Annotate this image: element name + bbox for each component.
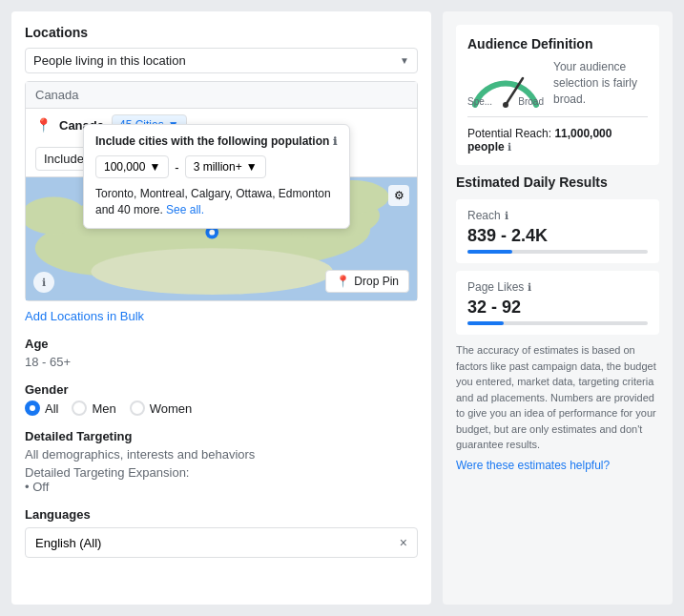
page-likes-label-row: Page Likes ℹ [467,280,648,294]
page-likes-label: Page Likes [467,280,524,294]
disclaimer-text: The accuracy of estimates is based on fa… [456,342,659,453]
gender-all-radio[interactable] [25,400,40,416]
location-pin-icon: 📍 [35,117,52,133]
max-pop-label: 3 million+ [194,160,242,174]
map-info-icon[interactable]: ℹ [33,272,54,293]
detailed-targeting-value: All demographics, interests and behavior… [25,447,418,462]
left-panel: Locations People living in this location… [11,11,431,605]
page-likes-bar [467,321,648,325]
audience-def-title: Audience Definition [467,36,648,51]
gauge-broad-label: Broad [518,96,544,107]
cities-list-text: Toronto, Montreal, Calgary, Ottawa, Edmo… [95,186,338,218]
gender-all-label: All [45,401,58,416]
reach-bar-fill [467,250,512,254]
right-panel: Audience Definition Spe... Broad Your au… [443,11,673,605]
expansion-value: Off [25,480,418,494]
estimated-results-section: Estimated Daily Results Reach ℹ 839 - 2.… [456,175,659,472]
helpful-link[interactable]: Were these estimates helpful? [456,459,610,472]
gender-women-radio[interactable] [130,400,145,416]
info-icon[interactable]: ℹ [333,135,337,148]
audience-description: Your audience selection is fairly broad. [553,59,648,107]
page-likes-card: Page Likes ℹ 32 - 92 [456,271,659,335]
detailed-targeting-title: Detailed Targeting [25,429,418,443]
reach-info-icon-2[interactable]: ℹ [505,210,508,222]
map-settings-icon[interactable]: ⚙ [388,185,409,206]
reach-info-icon[interactable]: ℹ [508,141,511,153]
tooltip-title: Include cities with the following popula… [95,134,338,148]
population-tooltip: Include cities with the following popula… [83,124,350,229]
reach-label: Reach [467,209,501,222]
location-type-dropdown[interactable]: People living in this location ▼ [25,48,418,73]
reach-card: Reach ℹ 839 - 2.4K [456,199,659,263]
languages-input[interactable]: English (All) × [25,527,418,558]
min-population-dropdown[interactable]: 100,000 ▼ [95,155,169,178]
gender-men-option[interactable]: Men [72,400,115,416]
drop-pin-icon: 📍 [336,275,350,288]
range-dash: - [175,160,178,175]
potential-reach-label: Potential Reach: [467,127,551,140]
gender-men-label: Men [92,401,115,416]
gender-title: Gender [25,382,418,397]
include-row: Include ▼ Include cities with the follow… [26,141,417,176]
languages-title: Languages [25,507,418,522]
age-title: Age [25,337,418,351]
languages-section: Languages English (All) × [25,507,418,558]
reach-bar [467,250,648,254]
drop-pin-button[interactable]: 📍 Drop Pin [325,270,409,293]
canada-targeting-box: Canada 📍 Canada 45 Cities ▼ Include ▼ In… [25,81,418,301]
page-likes-value: 32 - 92 [467,298,648,318]
expansion-row: Detailed Targeting Expansion: [25,465,418,480]
reach-value: 839 - 2.4K [467,226,648,246]
gender-women-option[interactable]: Women [130,400,193,416]
gender-all-option[interactable]: All [25,400,58,416]
max-population-dropdown[interactable]: 3 million+ ▼ [185,155,266,178]
page-likes-bar-fill [467,321,504,325]
expansion-label: Detailed Targeting Expansion: [25,465,190,480]
svg-point-4 [91,248,333,295]
include-label: Include [44,152,84,166]
location-type-label: People living in this location [33,53,186,68]
age-section: Age 18 - 65+ [25,337,418,369]
reach-label-row: Reach ℹ [467,209,648,222]
gender-options: All Men Women [25,400,418,416]
min-pop-caret: ▼ [149,160,160,174]
drop-pin-label: Drop Pin [354,275,399,288]
audience-gauge: Spe... Broad [467,59,544,107]
audience-definition-card: Audience Definition Spe... Broad Your au… [456,25,659,165]
gender-section: Gender All Men Women [25,382,418,416]
detailed-targeting-section: Detailed Targeting All demographics, int… [25,429,418,494]
age-value: 18 - 65+ [25,355,418,369]
tooltip-filters: 100,000 ▼ - 3 million+ ▼ [95,155,338,178]
chevron-down-icon: ▼ [400,55,409,66]
locations-title: Locations [25,25,418,40]
gender-women-label: Women [150,401,193,416]
gauge-specific-label: Spe... [467,96,492,107]
language-value: English (All) [35,536,101,550]
svg-point-9 [209,230,215,236]
clear-language-button[interactable]: × [400,535,407,550]
gauge-container: Spe... Broad Your audience selection is … [467,59,648,107]
estimated-title: Estimated Daily Results [456,175,659,190]
add-locations-bulk-link[interactable]: Add Locations in Bulk [25,309,144,323]
canada-header: Canada [26,82,417,109]
max-pop-caret: ▼ [246,160,258,174]
page-likes-info-icon[interactable]: ℹ [528,281,531,294]
min-pop-label: 100,000 [104,160,145,174]
potential-reach: Potential Reach: 11,000,000 people ℹ [467,127,648,154]
see-all-link[interactable]: See all. [166,203,204,216]
gender-men-radio[interactable] [72,400,87,416]
